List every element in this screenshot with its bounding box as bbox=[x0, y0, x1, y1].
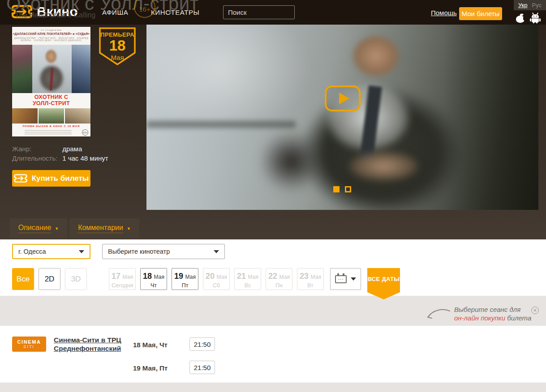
chevron-down-icon: ▼ bbox=[55, 226, 59, 231]
genre-row: Жанр: драма bbox=[12, 145, 82, 153]
duration-value: 1 час 48 минут bbox=[62, 154, 108, 162]
format-button-3d: 3D bbox=[65, 268, 87, 290]
session-time-button[interactable]: 21:50 bbox=[189, 361, 215, 374]
filters-section: г. Одесса Выберите кинотеатр Все 2D 3D 1… bbox=[0, 239, 546, 296]
date-button-22: 22 Мая Пн bbox=[266, 268, 292, 290]
ticket-icon bbox=[14, 173, 27, 183]
language-switcher: Укр Рус bbox=[514, 0, 546, 10]
cinema-name-link[interactable]: Синема-Сити в ТРЦ Среднефонтанский bbox=[54, 336, 122, 353]
sessions-listing: CINEMA CiTi Синема-Сити в ТРЦ Среднефонт… bbox=[0, 326, 546, 383]
chevron-down-icon: ▼ bbox=[127, 226, 131, 231]
buy-tickets-button[interactable]: Купить билеты bbox=[12, 170, 90, 187]
hint-bar: Выберите сеанс для он-лайн покупки билет… bbox=[0, 296, 546, 326]
slide-dot-active[interactable] bbox=[333, 186, 340, 192]
date-button-21: 21 Мая Вс bbox=[234, 268, 261, 290]
hint-highlight: он-лайн покупки bbox=[454, 314, 505, 322]
chevron-down-icon bbox=[351, 277, 356, 281]
lang-rus[interactable]: Рус bbox=[532, 2, 542, 9]
genre-value: драма bbox=[62, 145, 82, 153]
format-button-2d[interactable]: 2D bbox=[39, 268, 60, 290]
page: Охотник с Уолл-стрит The Headhunter's Ca… bbox=[0, 0, 546, 392]
store-icons bbox=[516, 13, 540, 23]
tab-description[interactable]: Описание ▼ bbox=[10, 218, 67, 239]
duration-row: Длительность: 1 час 48 минут bbox=[12, 154, 108, 162]
trailer-still-image bbox=[146, 25, 538, 210]
poster-title: ОХОТНИК С УОЛЛ-СТРИТ bbox=[30, 94, 73, 107]
my-tickets-button[interactable]: Мои билеты bbox=[459, 7, 502, 20]
play-trailer-button[interactable] bbox=[325, 85, 361, 111]
slide-dot-inactive[interactable] bbox=[345, 186, 351, 192]
premiere-month: Мая bbox=[99, 54, 136, 61]
premiere-badge: ПРЕМЬЕРА 18 Мая bbox=[99, 27, 136, 66]
buy-tickets-label: Купить билеты bbox=[32, 174, 89, 183]
play-icon bbox=[339, 93, 349, 104]
help-link[interactable]: Помощь bbox=[431, 9, 457, 17]
date-button-19[interactable]: 19 Мая Пт bbox=[172, 268, 198, 290]
apple-icon[interactable] bbox=[516, 13, 525, 23]
poster-credit-line: ОТ СОЗДАТЕЛЕЙ bbox=[12, 29, 90, 31]
poster-age-badge: 12+ bbox=[82, 129, 88, 136]
duration-label: Длительность: bbox=[12, 154, 60, 162]
curved-arrow-icon bbox=[426, 308, 451, 320]
genre-label: Жанр: bbox=[12, 145, 60, 153]
movie-poster: ОТ СОЗДАТЕЛЕЙ «ДАЛЛАССКИЙ КЛУБ ПОКУПАТЕЛ… bbox=[12, 27, 90, 136]
calendar-icon: … bbox=[335, 275, 347, 283]
date-button-18[interactable]: 18 Мая Чт bbox=[140, 268, 167, 290]
session-time-button[interactable]: 21:50 bbox=[189, 337, 215, 351]
footer-strip bbox=[0, 383, 546, 392]
movie-subtitle-original: The Headhunter's Calling bbox=[15, 11, 95, 19]
poster-photo-strip bbox=[12, 108, 90, 124]
poster-credit-films: «ДАЛЛАССКИЙ КЛУБ ПОКУПАТЕЛЕЙ» и «СУДЬЯ» bbox=[12, 32, 90, 35]
poster-cast: ДЖЕРАРД БАТЛЕР · ГРЕТХЕН МОЛ · ЭЛИСОН БР… bbox=[12, 37, 90, 42]
city-select[interactable]: г. Одесса bbox=[12, 244, 90, 259]
date-button-20: 20 Мая Сб bbox=[203, 268, 230, 290]
format-button-all[interactable]: Все bbox=[12, 268, 34, 290]
android-icon[interactable] bbox=[531, 13, 540, 23]
all-dates-ribbon[interactable]: ВСЕ ДАТЫ bbox=[367, 268, 400, 299]
session-date: 18 Мая, Чт bbox=[133, 341, 168, 349]
search-input[interactable] bbox=[223, 5, 295, 19]
close-icon[interactable]: ✕ bbox=[531, 307, 539, 314]
date-button-17: 17 Мая Сегодня bbox=[109, 268, 136, 290]
poster-tagline: ПРИМИ ВЫЗОВ В КИНО С 18 МАЯ bbox=[12, 124, 90, 129]
hero-tabs: Описание ▼ Комментарии ▼ bbox=[10, 218, 139, 239]
cinema-select[interactable]: Выберите кинотеатр bbox=[102, 244, 225, 259]
cinema-city-logo[interactable]: CINEMA CiTi bbox=[12, 337, 46, 352]
chevron-down-icon bbox=[79, 250, 84, 253]
poster-credits: 12+ bbox=[12, 129, 90, 136]
chevron-down-icon bbox=[214, 250, 219, 253]
premiere-day: 18 bbox=[99, 38, 136, 54]
slide-indicators bbox=[333, 186, 351, 192]
calendar-picker-button[interactable]: … bbox=[330, 268, 361, 290]
lang-ukr[interactable]: Укр bbox=[518, 2, 528, 9]
hero-section: Охотник с Уолл-стрит The Headhunter's Ca… bbox=[0, 0, 546, 239]
session-date: 19 Мая, Пт bbox=[133, 364, 168, 372]
date-button-23: 23 Мая Вт bbox=[297, 268, 324, 290]
tab-comments[interactable]: Комментарии ▼ bbox=[69, 218, 139, 239]
hint-text: Выберите сеанс для он-лайн покупки билет… bbox=[454, 305, 531, 322]
poster-photo bbox=[12, 45, 90, 93]
